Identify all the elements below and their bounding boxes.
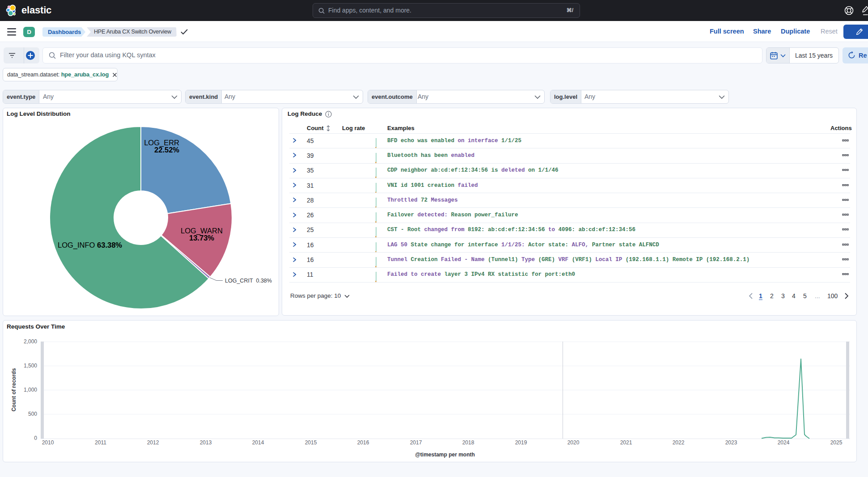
svg-text:500: 500 <box>28 411 37 417</box>
svg-text:LOG_INFO 63.38%: LOG_INFO 63.38% <box>58 241 122 249</box>
svg-text:2024: 2024 <box>778 439 790 446</box>
svg-text:2016: 2016 <box>357 439 369 446</box>
svg-text:1,000: 1,000 <box>24 387 37 393</box>
svg-text:2012: 2012 <box>147 439 159 446</box>
svg-text:13.73%: 13.73% <box>189 234 214 242</box>
svg-text:@timestamp per month: @timestamp per month <box>415 452 475 458</box>
svg-text:LOG_CRIT 0.38%: LOG_CRIT 0.38% <box>225 278 272 284</box>
svg-text:0: 0 <box>34 435 37 441</box>
svg-text:2025: 2025 <box>830 439 843 446</box>
svg-text:2010: 2010 <box>42 439 54 446</box>
svg-text:1,500: 1,500 <box>24 363 37 369</box>
svg-text:2020: 2020 <box>567 439 580 446</box>
svg-text:2013: 2013 <box>200 439 212 446</box>
svg-text:2,000: 2,000 <box>24 338 37 345</box>
svg-text:2017: 2017 <box>410 439 422 446</box>
svg-text:2011: 2011 <box>95 439 106 446</box>
svg-text:2015: 2015 <box>305 439 317 446</box>
svg-text:2018: 2018 <box>462 439 474 446</box>
svg-text:22.52%: 22.52% <box>154 146 179 154</box>
svg-text:2014: 2014 <box>252 439 264 446</box>
svg-text:2021: 2021 <box>620 439 632 446</box>
svg-text:2019: 2019 <box>515 439 527 446</box>
svg-text:2023: 2023 <box>725 439 737 446</box>
svg-text:Count of records: Count of records <box>11 368 17 411</box>
svg-text:2022: 2022 <box>673 439 685 446</box>
